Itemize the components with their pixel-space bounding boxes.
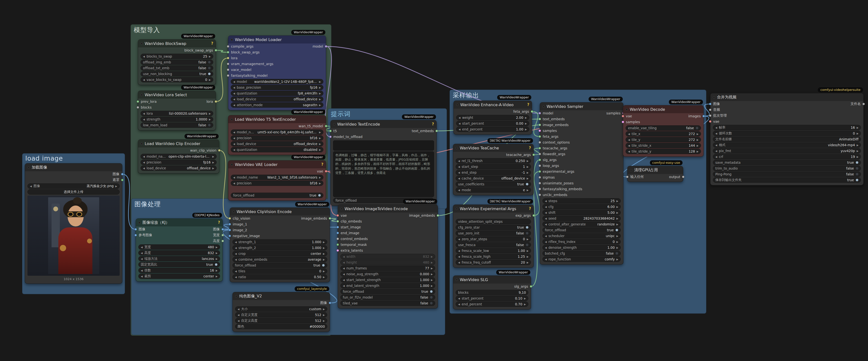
- input-port-vae[interactable]: [622, 115, 624, 117]
- decrement-arrow[interactable]: ◀: [235, 247, 237, 249]
- prompt-textarea[interactable]: [333, 140, 434, 151]
- increment-arrow[interactable]: ▶: [319, 80, 321, 83]
- input-port-end_image[interactable]: [337, 232, 339, 234]
- increment-arrow[interactable]: ▶: [323, 258, 325, 261]
- widget-循环次数[interactable]: ◀循环次数0▶: [713, 131, 861, 136]
- decrement-arrow[interactable]: ◀: [459, 117, 461, 119]
- increment-arrow[interactable]: ▶: [323, 314, 325, 316]
- decrement-arrow[interactable]: ◀: [545, 240, 547, 243]
- decrement-arrow[interactable]: ◀: [235, 258, 237, 261]
- increment-arrow[interactable]: ▶: [216, 269, 218, 272]
- output-port-wan_clip_vision[interactable]: [218, 149, 220, 152]
- collapse-toggle[interactable]: [456, 104, 458, 106]
- increment-arrow[interactable]: ▶: [431, 285, 433, 287]
- widget-fresca_scale_high[interactable]: ◀fresca_scale_high1.25▶: [456, 254, 531, 259]
- increment-arrow[interactable]: ▶: [616, 240, 618, 243]
- output-port-图像[interactable]: [221, 228, 224, 231]
- output-port-image_embeds[interactable]: [329, 217, 331, 220]
- node-videocombine[interactable]: comfyui-videohelpersuite合并为视频图像文件名音频批次管理…: [710, 93, 864, 185]
- collapse-toggle[interactable]: [141, 94, 143, 96]
- widget-shift[interactable]: ◀shift5.00▶: [542, 210, 621, 215]
- widget-strength[interactable]: ◀strength1.0000▶: [141, 117, 213, 122]
- increment-arrow[interactable]: ▶: [319, 86, 321, 89]
- decrement-arrow[interactable]: ◀: [141, 252, 143, 254]
- help-icon[interactable]: ?: [527, 102, 529, 107]
- decrement-arrow[interactable]: ◀: [143, 167, 145, 170]
- output-port-文件名[interactable]: [862, 103, 865, 105]
- widget-vace_blocks_to_swap[interactable]: ◀vace_blocks_to_swap0▶: [141, 77, 213, 83]
- toggle-indicator[interactable]: [215, 263, 218, 266]
- output-port-output[interactable]: [682, 176, 684, 178]
- collapse-toggle[interactable]: [456, 278, 458, 281]
- input-port-参考图像[interactable]: [134, 234, 137, 236]
- decrement-arrow[interactable]: ◀: [343, 278, 345, 281]
- widget-strength_1[interactable]: ◀strength_11.000▶: [232, 239, 327, 244]
- input-port-context_options[interactable]: [538, 141, 541, 143]
- decrement-arrow[interactable]: ◀: [233, 92, 235, 95]
- decrement-arrow[interactable]: ◀: [235, 276, 237, 278]
- help-icon[interactable]: ?: [321, 162, 323, 167]
- increment-arrow[interactable]: ▶: [209, 78, 211, 81]
- widget-use_non_blocking[interactable]: use_non_blockingtrue: [141, 71, 213, 76]
- decrement-arrow[interactable]: ◀: [141, 246, 143, 249]
- output-port-遮罩[interactable]: [121, 179, 124, 181]
- widget-offload_txt_emb[interactable]: offload_txt_embfalse: [141, 65, 213, 71]
- increment-arrow[interactable]: ▶: [319, 104, 321, 106]
- input-port-negative_image[interactable]: [228, 235, 231, 237]
- increment-arrow[interactable]: ▶: [216, 246, 218, 249]
- collapse-toggle[interactable]: [456, 208, 458, 210]
- increment-arrow[interactable]: ▶: [209, 118, 211, 121]
- increment-arrow[interactable]: ▶: [616, 205, 618, 208]
- increment-arrow[interactable]: ▶: [857, 132, 859, 135]
- decrement-arrow[interactable]: ◀: [233, 149, 235, 151]
- decrement-arrow[interactable]: ◀: [233, 98, 235, 101]
- input-port-control_embeds[interactable]: [337, 238, 339, 240]
- decrement-arrow[interactable]: ◀: [143, 155, 145, 158]
- decrement-arrow[interactable]: ◀: [235, 241, 237, 243]
- decrement-arrow[interactable]: ◀: [343, 285, 345, 287]
- output-port-feta_args[interactable]: [531, 110, 533, 113]
- widget-fun_or_fl2v_model[interactable]: fun_or_fl2v_modelfalse: [340, 295, 435, 300]
- widget-seed[interactable]: ◀seed282437033684042▶: [542, 216, 621, 221]
- widget-denoise_strength[interactable]: ◀denoise_strength1.00▶: [542, 245, 621, 250]
- decrement-arrow[interactable]: ◀: [458, 255, 460, 258]
- increment-arrow[interactable]: ▶: [527, 171, 529, 174]
- input-port-teacache_args[interactable]: [538, 147, 541, 150]
- node-purecolor[interactable]: comfyui_layerstyle纯色图像_V2图像◀大小custom▶◀自定…: [232, 292, 330, 332]
- widget-video_attention_split_steps[interactable]: video_attention_split_steps: [456, 219, 531, 224]
- toggle-indicator[interactable]: [208, 72, 211, 75]
- increment-arrow[interactable]: ▶: [527, 250, 529, 252]
- toggle-indicator[interactable]: [856, 178, 859, 182]
- toggle-indicator[interactable]: [208, 124, 211, 127]
- widget-tile_stride_y[interactable]: ◀tile_stride_y128▶: [626, 149, 701, 154]
- widget-start_step[interactable]: ◀start_step1▶: [456, 164, 531, 169]
- input-port-compile_args[interactable]: [227, 45, 229, 47]
- decrement-arrow[interactable]: ◀: [545, 200, 547, 202]
- toggle-indicator[interactable]: [322, 264, 325, 267]
- widget-model_name[interactable]: ◀model_nameumt5-xxl-enc-fp8_e4m3fn-kj.sa…: [231, 130, 323, 135]
- increment-arrow[interactable]: ▶: [319, 137, 321, 139]
- input-port-音频[interactable]: [709, 108, 711, 111]
- widget-steps[interactable]: ◀steps25▶: [542, 198, 621, 204]
- widget-cfg_zero_star[interactable]: cfg_zero_startrue: [456, 225, 531, 230]
- collapse-toggle[interactable]: [630, 169, 632, 171]
- widget-batched_cfg[interactable]: batched_cfgfalse: [542, 251, 621, 256]
- increment-arrow[interactable]: ▶: [323, 276, 325, 278]
- widget-tile_y[interactable]: ◀tile_y272▶: [626, 137, 701, 142]
- widget-use_coefficients[interactable]: use_coefficientstrue: [456, 182, 531, 187]
- collapse-toggle[interactable]: [713, 96, 715, 98]
- widget-force_offload[interactable]: force_offloadtrue: [231, 193, 323, 198]
- decrement-arrow[interactable]: ◀: [458, 303, 460, 306]
- increment-arrow[interactable]: ▶: [216, 252, 218, 254]
- node-modelloader[interactable]: WanVideoWrapperWanVideo Model Loadercomp…: [228, 35, 326, 110]
- decrement-arrow[interactable]: ◀: [715, 144, 717, 146]
- output-port-block_swap_args[interactable]: [215, 49, 217, 52]
- help-icon[interactable]: ?: [529, 206, 531, 211]
- increment-arrow[interactable]: ▶: [616, 235, 618, 237]
- increment-arrow[interactable]: ▶: [212, 167, 214, 170]
- widget-force_offload[interactable]: force_offloadtrue: [542, 227, 621, 233]
- output-port-teacache_args[interactable]: [532, 154, 535, 156]
- decrement-arrow[interactable]: ◀: [628, 133, 630, 135]
- decrement-arrow[interactable]: ◀: [545, 258, 547, 261]
- output-port-exp_args[interactable]: [532, 214, 535, 217]
